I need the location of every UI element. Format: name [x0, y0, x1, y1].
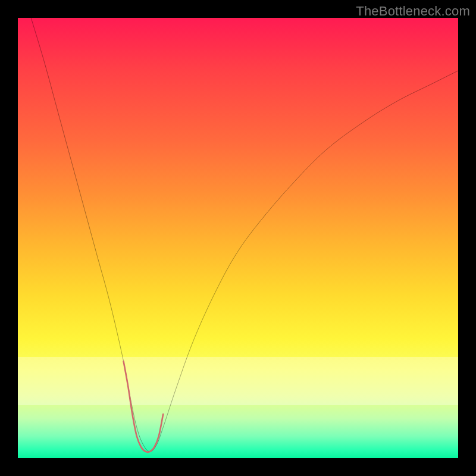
- curve-svg: [18, 18, 458, 458]
- bottleneck-min-marker-path: [124, 361, 164, 452]
- watermark-text: TheBottleneck.com: [356, 4, 470, 19]
- chart-stage: TheBottleneck.com: [0, 0, 476, 476]
- plot-area: [18, 18, 458, 458]
- bottleneck-curve-path: [31, 18, 458, 452]
